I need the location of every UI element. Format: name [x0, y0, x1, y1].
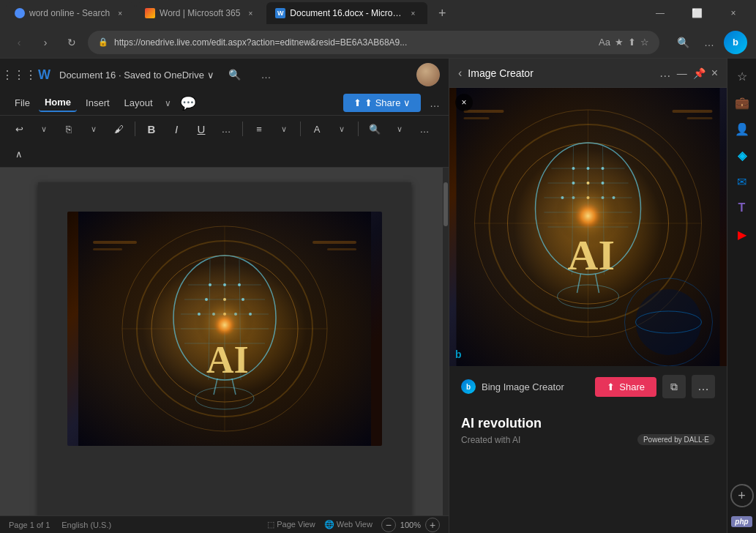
clipboard-more-button[interactable]: ∨ — [83, 119, 104, 139]
panel-minimize-button[interactable]: — — [677, 67, 687, 79]
word-search-button[interactable]: 🔍 — [223, 63, 247, 86]
sidebar-add-button[interactable]: + — [730, 484, 754, 507]
word-formatting-toolbar: ↩ ∨ ⎘ ∨ 🖌 B I U … ≡ ∨ A ∨ — [0, 115, 449, 167]
caption-subtitle: Created with AI Powered by DALL·E — [461, 434, 715, 445]
share-pink-icon: ⬆ — [607, 381, 615, 392]
word-content[interactable]: AI — [0, 168, 449, 515]
format-painter-button[interactable]: 🖌 — [108, 119, 129, 139]
share-button[interactable]: ⬆ ⬆ Share ∨ — [343, 94, 421, 112]
avatar-image — [416, 63, 440, 86]
tab2-close[interactable]: × — [244, 7, 256, 19]
sidebar-icon-youtube[interactable]: ▶ — [730, 223, 754, 246]
forward-button[interactable]: › — [35, 32, 56, 53]
italic-button[interactable]: I — [166, 119, 187, 139]
panel-content: AI — [449, 88, 727, 533]
tab-document16[interactable]: W Document 16.docx - Microsoft W × — [266, 2, 427, 24]
web-view-btn[interactable]: 🌐 Web View — [324, 520, 373, 529]
tab3-close[interactable]: × — [407, 7, 419, 19]
sidebar-icon-teams[interactable]: T — [730, 196, 754, 220]
browser-chrome: word online - Search × Word | Microsoft … — [0, 0, 756, 533]
refresh-button[interactable]: ↻ — [61, 32, 82, 53]
panel-share-button[interactable]: ⬆ Share — [595, 377, 656, 397]
bold-button[interactable]: B — [141, 119, 162, 139]
panel-close-button[interactable]: × — [711, 67, 718, 80]
clipboard-button[interactable]: ⎘ — [59, 119, 79, 139]
svg-rect-68 — [464, 110, 504, 113]
panel-image-close-button[interactable]: × — [455, 94, 473, 111]
panel-back-button[interactable]: ‹ — [458, 67, 462, 80]
font-color-more-button[interactable]: ∨ — [332, 119, 352, 139]
sidebar-icon-copilot[interactable]: ◈ — [730, 144, 754, 167]
panel-pin-button[interactable]: 📌 — [693, 67, 706, 79]
close-button[interactable]: × — [716, 3, 750, 23]
page-view-icon: ⬚ — [267, 520, 274, 529]
new-tab-button[interactable]: + — [432, 3, 452, 23]
paragraph-align-button[interactable]: ≡ — [249, 119, 269, 139]
ribbon-tab-insert[interactable]: Insert — [80, 94, 116, 111]
find-button[interactable]: 🔍 — [364, 119, 385, 139]
ribbon-tab-file[interactable]: File — [9, 94, 36, 111]
tab-icon-search — [15, 8, 25, 18]
svg-text:AI: AI — [568, 231, 615, 279]
favorites-icon[interactable]: ★ — [615, 37, 624, 48]
browser-search-icon[interactable]: 🔍 — [671, 31, 695, 54]
share-url-icon[interactable]: ⬆ — [628, 37, 636, 48]
ribbon-options-more[interactable]: … — [430, 97, 440, 109]
more-formatting-button[interactable]: … — [216, 119, 236, 139]
underline-button[interactable]: U — [191, 119, 212, 139]
word-scroll-thumb[interactable] — [444, 182, 448, 226]
fmt-divider-1 — [135, 122, 135, 136]
sidebar-icon-person[interactable]: 👤 — [730, 117, 754, 141]
word-title-more[interactable]: … — [261, 69, 272, 81]
maximize-button[interactable]: ⬜ — [680, 3, 714, 23]
ribbon-tab-home[interactable]: Home — [39, 94, 77, 112]
toolbar-collapse-button[interactable]: ∧ — [9, 144, 29, 164]
share-pink-label: Share — [619, 381, 645, 392]
undo-button[interactable]: ↩ — [9, 119, 29, 139]
ribbon-more-icon[interactable]: ∨ — [165, 98, 171, 108]
tab1-close[interactable]: × — [114, 7, 126, 19]
font-color-button[interactable]: A — [307, 119, 327, 139]
undo-more-button[interactable]: ∨ — [34, 119, 54, 139]
sidebar-icon-collections[interactable]: ☆ — [730, 64, 754, 88]
zoom-out-button[interactable]: − — [381, 518, 396, 532]
svg-rect-32 — [93, 241, 137, 244]
browser-more-icon[interactable]: … — [697, 31, 721, 54]
paragraph-more-button[interactable]: ∨ — [274, 119, 294, 139]
apps-grid-icon[interactable]: ⋮⋮⋮ — [9, 64, 29, 85]
svg-point-17 — [238, 283, 241, 286]
page-view-label: Page View — [277, 520, 315, 529]
minimize-button[interactable]: — — [643, 3, 677, 23]
user-avatar[interactable] — [416, 63, 440, 86]
back-button[interactable]: ‹ — [9, 32, 29, 53]
web-view-label: Web View — [337, 520, 373, 529]
word-page: AI — [38, 182, 411, 515]
panel-copy-button[interactable]: ⧉ — [662, 375, 686, 398]
comment-button[interactable]: 💬 — [180, 95, 196, 111]
panel-more-button[interactable]: … — [659, 67, 671, 80]
collections-icon[interactable]: ☆ — [640, 37, 649, 48]
bing-logo: b — [461, 379, 476, 394]
svg-point-51 — [572, 167, 575, 170]
panel-more-actions-button[interactable]: … — [692, 375, 715, 398]
more-options-button[interactable]: … — [414, 119, 435, 139]
sidebar-icon-briefcase[interactable]: 💼 — [730, 91, 754, 114]
ribbon-tab-layout[interactable]: Layout — [119, 94, 159, 111]
tab-word-microsoft365[interactable]: Word | Microsoft 365 × — [136, 2, 265, 24]
url-box[interactable]: 🔒 https://onedrive.live.com/edit.aspx?ac… — [88, 31, 659, 54]
find-more-button[interactable]: ∨ — [389, 119, 410, 139]
page-view-btn[interactable]: ⬚ Page View — [267, 520, 315, 529]
svg-rect-33 — [93, 248, 122, 250]
word-ribbon: File Home Insert Layout ∨ 💬 ⬆ ⬆ Share ∨ … — [0, 91, 449, 115]
panel-caption: AI revolution Created with AI Powered by… — [449, 416, 727, 451]
tab-word-online-search[interactable]: word online - Search × — [6, 2, 135, 24]
panel-branding: b Bing Image Creator ⬆ Share ⧉ — [461, 375, 715, 398]
sidebar-icon-outlook[interactable]: ✉ — [730, 170, 754, 193]
word-logo: W — [38, 67, 50, 83]
zoom-level: 100% — [400, 521, 421, 529]
zoom-in-button[interactable]: + — [425, 518, 440, 532]
panel-footer: b Bing Image Creator ⬆ Share ⧉ — [449, 366, 727, 416]
bing-copilot-button[interactable]: b — [724, 31, 747, 54]
word-scrollbar[interactable] — [443, 168, 449, 515]
read-aloud-icon[interactable]: Aa — [599, 37, 610, 48]
